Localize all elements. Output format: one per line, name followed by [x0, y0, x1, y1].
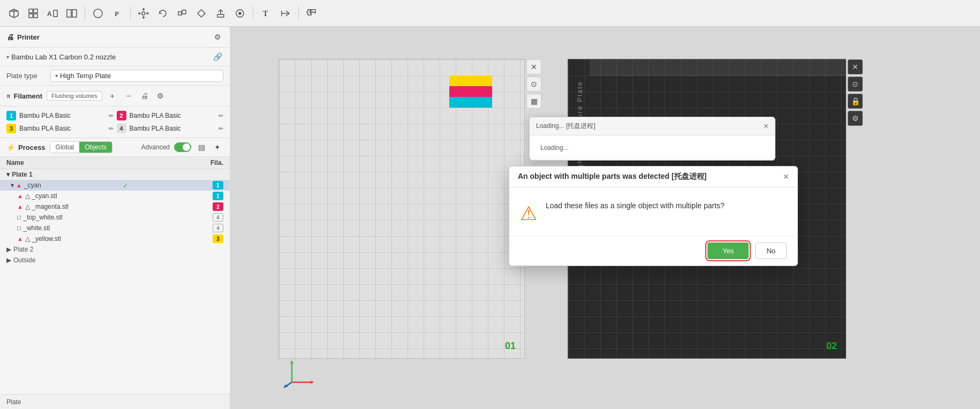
- process-header: ⚡ Process Global Objects Advanced ▤ ✦: [0, 138, 230, 157]
- printer-model-selector[interactable]: ▾ Bambu Lab X1 Carbon 0.2 nozzle: [6, 53, 116, 61]
- filament-name-4: Bambu PLA Basic: [130, 125, 216, 132]
- fila-badge-5: 3: [213, 234, 223, 243]
- filament-edit-icon-4[interactable]: ✏: [218, 125, 223, 132]
- plate-02-view-button[interactable]: ⊙: [848, 77, 863, 92]
- viewport[interactable]: 01 ✕ ⊙ ▦ Bambu High Temperature Plate 02…: [230, 27, 980, 409]
- tree-item-white-stl[interactable]: □ _white.stl 4: [0, 223, 230, 233]
- dialog-close-button[interactable]: ×: [783, 172, 789, 181]
- plate-grid-button[interactable]: ▦: [526, 94, 541, 109]
- tab-global[interactable]: Global: [50, 142, 80, 153]
- plate-type-value-text: High Temp Plate: [60, 72, 111, 80]
- filament-edit-icon-3[interactable]: ✏: [109, 125, 114, 132]
- svg-point-9: [94, 9, 102, 18]
- text-icon[interactable]: T: [258, 5, 275, 22]
- p-icon[interactable]: P: [109, 5, 126, 22]
- plate-02-lock-button[interactable]: 🔒: [848, 94, 863, 109]
- dialog-titlebar: An object with multiple parts was detect…: [509, 166, 797, 187]
- advanced-toggle[interactable]: [174, 142, 191, 152]
- tree-plate1[interactable]: ▾ Plate 1: [0, 169, 230, 180]
- axes-display: [281, 350, 324, 393]
- arrow-icon[interactable]: [277, 5, 294, 22]
- filament-item-2[interactable]: 2 Bambu PLA Basic ✏: [117, 111, 224, 120]
- toolbar-separator-3: [253, 6, 253, 21]
- printer-icon: 🖨: [6, 33, 14, 41]
- filament-item-1[interactable]: 1 Bambu PLA Basic ✏: [6, 111, 114, 120]
- flushing-volumes-button[interactable]: Flushing volumes: [47, 91, 102, 101]
- filament-settings-button[interactable]: ⚙: [155, 90, 167, 102]
- filament-num-1: 1: [6, 111, 16, 120]
- filament-print-button[interactable]: 🖨: [139, 90, 150, 102]
- top-toolbar: A P: [0, 0, 980, 27]
- item-name-2: △ _magenta.stl: [25, 203, 69, 210]
- plate-type-selector[interactable]: ▾ High Temp Plate: [50, 70, 223, 82]
- svg-point-23: [239, 12, 241, 14]
- tree-col-fila: Fila.: [191, 159, 223, 166]
- cube-icon[interactable]: [5, 5, 22, 22]
- split-icon[interactable]: [63, 5, 80, 22]
- process-title: ⚡ Process: [6, 143, 46, 152]
- plate-view-button[interactable]: ⊙: [526, 77, 541, 92]
- filament-item-3[interactable]: 3 Bambu PLA Basic ✏: [6, 124, 114, 133]
- item-name-1: △ _cyan.stl: [25, 192, 57, 200]
- filament-edit-icon-2[interactable]: ✏: [218, 112, 223, 119]
- filament-name-2: Bambu PLA Basic: [130, 112, 216, 119]
- plate-close-button[interactable]: ✕: [526, 59, 541, 74]
- plate-chevron-icon: ▾: [55, 73, 58, 79]
- filament-num-4: 4: [117, 124, 126, 133]
- tree-body: ▾ Plate 1 ▾ ▲ _cyan ✓ 1 ▲ △ _cyan.stl 1 …: [0, 169, 230, 394]
- svg-rect-16: [178, 12, 182, 15]
- tree-item-cyan-stl[interactable]: ▲ △ _cyan.stl 1: [0, 191, 230, 201]
- plate-01: 01 ✕ ⊙ ▦: [278, 59, 525, 359]
- svg-rect-5: [34, 14, 37, 18]
- paint-icon[interactable]: [193, 5, 210, 22]
- puzzle-icon[interactable]: [303, 5, 320, 22]
- seam-icon[interactable]: [231, 5, 248, 22]
- printer-chevron-icon: ▾: [6, 54, 9, 60]
- scale-icon[interactable]: [174, 5, 191, 22]
- add-filament-button[interactable]: +: [107, 90, 118, 102]
- plate-type-row: Plate type ▾ High Temp Plate: [0, 66, 230, 86]
- auto-icon[interactable]: A: [44, 5, 61, 22]
- plate1-chevron-icon: ▾: [6, 171, 10, 178]
- svg-rect-17: [182, 10, 186, 14]
- tree-item-yellow-stl[interactable]: ▲ △ _yellow.stl 3: [0, 233, 230, 244]
- svg-rect-8: [72, 10, 77, 17]
- loading-dialog-close-button[interactable]: ×: [764, 122, 768, 131]
- plate-01-number: 01: [505, 340, 516, 352]
- tree-col-name: Name: [6, 159, 191, 166]
- plate-model-preview: [449, 75, 492, 113]
- tree-plate2[interactable]: ▶ Plate 2: [0, 244, 230, 255]
- group-fila-badge: 1: [213, 181, 223, 190]
- printer-external-link-button[interactable]: 🔗: [212, 51, 223, 63]
- tree-group-cyan[interactable]: ▾ ▲ _cyan ✓ 1: [0, 180, 230, 191]
- toolbar-separator-1: [85, 6, 85, 21]
- item-warning-icon-1: ▲: [17, 193, 23, 199]
- grid-icon[interactable]: [25, 5, 42, 22]
- move-icon[interactable]: [135, 5, 152, 22]
- printer-settings-button[interactable]: ⚙: [212, 31, 223, 43]
- dialog-yes-button[interactable]: Yes: [707, 243, 749, 259]
- rotate-icon[interactable]: [154, 5, 171, 22]
- process-settings-button[interactable]: ✦: [212, 141, 223, 153]
- model-magenta-layer: [449, 86, 492, 97]
- tab-objects[interactable]: Objects: [79, 142, 112, 153]
- support-icon[interactable]: [212, 5, 229, 22]
- advanced-label: Advanced: [141, 143, 170, 151]
- plate-02-number: 02: [826, 340, 837, 352]
- plate-02-close-button[interactable]: ✕: [848, 59, 863, 74]
- item-name-4: _white.stl: [23, 224, 50, 232]
- filament-edit-icon-1[interactable]: ✏: [109, 112, 114, 119]
- svg-rect-3: [34, 9, 37, 13]
- tree-header: Name Fila.: [0, 157, 230, 169]
- tree-item-top-white-stl[interactable]: □ _top_white.stl 4: [0, 212, 230, 223]
- process-view-button[interactable]: ▤: [195, 141, 207, 153]
- circle-icon[interactable]: [89, 5, 107, 22]
- remove-filament-button[interactable]: −: [123, 90, 134, 102]
- process-icon: ⚡: [6, 143, 15, 152]
- dialog-no-button[interactable]: No: [755, 243, 787, 259]
- plate-02-settings-button[interactable]: ⚙: [848, 111, 863, 126]
- filament-item-4[interactable]: 4 Bambu PLA Basic ✏: [117, 124, 224, 133]
- svg-rect-18: [217, 14, 224, 17]
- tree-outside[interactable]: ▶ Outside: [0, 255, 230, 266]
- tree-item-magenta-stl[interactable]: ▲ △ _magenta.stl 2: [0, 201, 230, 212]
